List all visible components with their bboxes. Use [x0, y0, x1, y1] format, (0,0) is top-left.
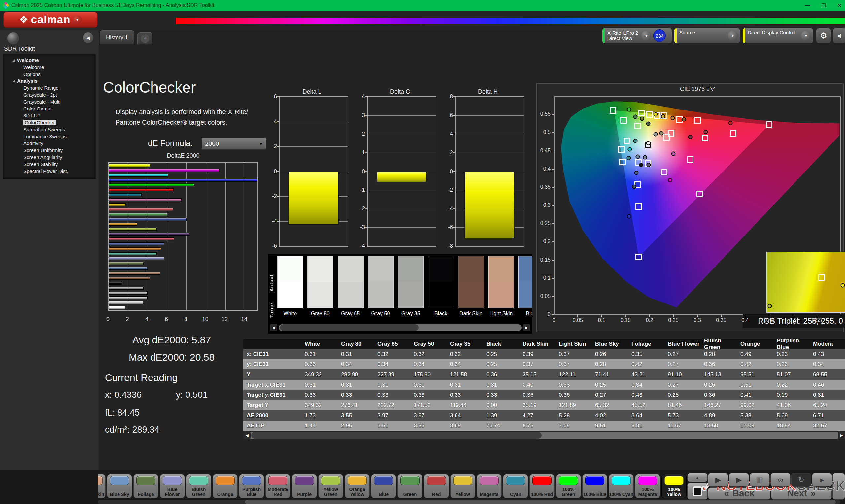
table-scrollbar-thumb[interactable] [251, 432, 542, 439]
table-scroll-left-icon[interactable]: ◀ [243, 432, 250, 439]
sidebar-item-colorchecker[interactable]: ColorChecker [3, 119, 95, 126]
measurement-table: WhiteGray 80Gray 65Gray 50Gray 35BlackDa… [243, 339, 845, 431]
cie-target-square [661, 169, 667, 176]
source-dropdown[interactable]: Source ▼ [674, 28, 740, 43]
patch-button-100-red[interactable]: 100% Red [529, 474, 554, 498]
bottom-scrollbar-thumb[interactable] [245, 500, 836, 504]
patch-button-orange[interactable]: Orange [213, 474, 237, 498]
sidebar-collapse-button[interactable]: ◀ [83, 32, 93, 43]
delta-gridline [456, 134, 524, 134]
patch-button-purplish-blue[interactable]: Purplish Blue [239, 474, 264, 498]
transport-button-0[interactable]: ▶ [708, 473, 728, 487]
partial-side-button[interactable] [832, 473, 845, 500]
stop-button[interactable] [687, 483, 708, 500]
patch-button-blue-flower[interactable]: Blue Flower [160, 474, 185, 498]
patch-button-orange-yellow[interactable]: Orange Yellow [345, 474, 370, 498]
calman-logo-button[interactable]: ❖ calman ▼ [3, 12, 98, 28]
patch-button-light-skin[interactable]: Light Skin [98, 474, 106, 498]
table-column-header: Gray 65 [375, 341, 411, 347]
expand-triangle-icon[interactable] [12, 59, 15, 62]
transport-button-4[interactable]: ↻ [791, 473, 811, 487]
meter-dropdown[interactable]: X-Rite i1Pro 2 Direct View ▼ 234 [602, 28, 672, 43]
expand-triangle-icon[interactable] [12, 80, 15, 83]
settings-button[interactable]: ⚙ [816, 28, 831, 43]
patch-button-100-yellow[interactable]: 100% Yellow [662, 474, 687, 498]
patch-color-chip [638, 476, 657, 485]
transport-button-1[interactable]: ▶ [729, 473, 749, 487]
patch-button-purple[interactable]: Purple [292, 474, 317, 498]
sidebar-item-analysis[interactable]: Analysis [3, 77, 95, 85]
deltae-x-tick: 14 [241, 316, 247, 323]
table-scrollbar[interactable]: ◀ ▶ [243, 432, 845, 439]
table-cell: 65.24 [810, 402, 845, 409]
patch-button-yellow[interactable]: Yellow [450, 474, 475, 498]
sidebar-item-welcome[interactable]: Welcome [3, 57, 95, 64]
patch-button-moderate-red[interactable]: Moderate Red [265, 474, 291, 498]
transport-button-3[interactable]: ∞ [770, 473, 791, 487]
display-control-dropdown[interactable]: Direct Display Control ▼ [742, 28, 813, 43]
transport-button-2[interactable]: ▥ [750, 473, 770, 487]
strip-scroll-right-icon[interactable]: ▶ [523, 324, 530, 331]
patch-button-foliage[interactable]: Foliage [133, 474, 158, 498]
close-icon[interactable]: ✕ [838, 2, 842, 8]
strip-scrollbar[interactable] [279, 324, 522, 331]
source-dropdown-caret-icon[interactable]: ▼ [728, 31, 738, 40]
sidebar-item-screen-stability[interactable]: Screen Stability [3, 161, 95, 167]
sidebar-item-screen-angularity[interactable]: Screen Angularity [3, 154, 95, 161]
sidebar-orb-icon[interactable] [7, 32, 19, 44]
patch-button-bluish-green[interactable]: Bluish Green [186, 474, 211, 498]
patch-button-100-cyan[interactable]: 100% Cyan [609, 474, 634, 498]
back-button[interactable]: « Back [708, 487, 770, 500]
bottom-scrollbar[interactable] [98, 500, 840, 504]
table-cell: 0.31 [338, 382, 375, 388]
tab-history-1[interactable]: History 1 [100, 30, 134, 44]
patch-button-100-magenta[interactable]: 100% Magenta [635, 474, 660, 498]
cie-target-square [697, 191, 703, 197]
sidebar-item-additivity[interactable]: Additivity [3, 140, 95, 147]
cie-measurement-dot [633, 139, 638, 143]
delta-y-tick: 4 [264, 119, 277, 125]
table-cell: 43.21 [629, 372, 665, 378]
patch-button-yellow-green[interactable]: Yellow Green [318, 474, 343, 498]
delta-value-bar [288, 172, 339, 225]
sidebar-item-spectral-power-dist-[interactable]: Spectral Power Dist. [3, 167, 95, 175]
panel-collapse-button[interactable]: ◀ [833, 28, 845, 43]
patch-button-blue[interactable]: Blue [371, 474, 396, 498]
sidebar-item-color-gamut[interactable]: Color Gamut [3, 105, 95, 112]
patch-button-red[interactable]: Red [424, 474, 449, 498]
cie-measurement-dot [632, 184, 636, 189]
cie-y-tick: 0 [536, 311, 550, 317]
logo-menu-caret-icon[interactable]: ▼ [73, 16, 82, 24]
next-button[interactable]: Next » [771, 487, 832, 500]
de-formula-select[interactable]: 2000 ▼ [201, 138, 266, 150]
minimize-icon[interactable]: — [805, 2, 810, 8]
strip-scrollbar-thumb[interactable] [280, 324, 419, 331]
display-control-caret-icon[interactable]: ▼ [801, 31, 811, 40]
patch-button-100-green[interactable]: 100% Green [556, 474, 581, 498]
maximize-icon[interactable]: ☐ [821, 2, 826, 8]
sidebar-item-screen-uniformity[interactable]: Screen Uniformity [3, 147, 95, 154]
sidebar-item-welcome[interactable]: Welcome [3, 64, 95, 71]
sidebar-item-3d-lut[interactable]: 3D LUT [3, 112, 95, 119]
sidebar-item-grayscale-2pt[interactable]: Grayscale - 2pt [3, 91, 95, 98]
transport-button-5[interactable]: ▸ [812, 473, 832, 487]
current-reading-label: Current Reading [105, 372, 178, 383]
patch-button-cyan[interactable]: Cyan [503, 474, 528, 498]
table-scroll-right-icon[interactable]: ▶ [838, 432, 845, 439]
sidebar-item-options[interactable]: Options [3, 71, 95, 77]
sidebar-item-dynamic-range[interactable]: Dynamic Range [3, 85, 95, 91]
sidebar-item-luminance-sweeps[interactable]: Luminance Sweeps [3, 133, 95, 140]
deltae-x-tick: 12 [222, 316, 228, 323]
meter-dropdown-caret-icon[interactable]: ▼ [641, 31, 651, 40]
cie-measurement-dot [659, 131, 664, 135]
strip-scroll-left-icon[interactable]: ◀ [270, 324, 277, 331]
patch-button-100-blue[interactable]: 100% Blue [582, 474, 608, 498]
sidebar-item-saturation-sweeps[interactable]: Saturation Sweeps [3, 126, 95, 133]
sidebar-item-grayscale-multi[interactable]: Grayscale - Multi [3, 98, 95, 105]
table-cell: 68.55 [810, 372, 845, 378]
add-tab-button[interactable]: + [137, 32, 153, 44]
patch-button-green[interactable]: Green [398, 474, 423, 498]
patch-button-blue-sky[interactable]: Blue Sky [107, 474, 132, 498]
panel-up-button[interactable]: ▲ [687, 473, 708, 482]
patch-button-magenta[interactable]: Magenta [477, 474, 502, 498]
